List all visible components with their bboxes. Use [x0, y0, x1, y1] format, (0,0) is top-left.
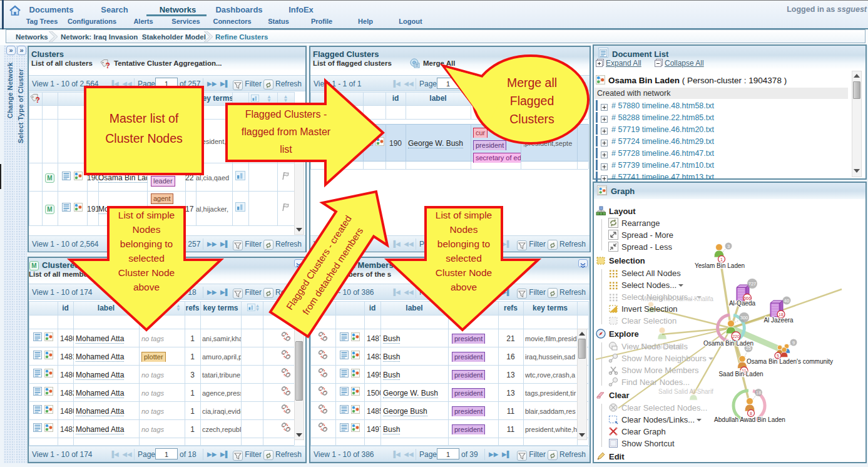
svg-text:List of simple: List of simple [118, 210, 175, 220]
svg-text:Merge all: Merge all [507, 76, 557, 90]
svg-text:Cluster Node: Cluster Node [118, 267, 175, 278]
svg-text:List of simple: List of simple [436, 210, 492, 220]
svg-text:selected: selected [128, 253, 165, 264]
svg-text:Clusters: Clusters [509, 112, 554, 126]
svg-text:Master list of: Master list of [110, 111, 179, 125]
svg-text:Cluster Nodes: Cluster Nodes [105, 131, 183, 145]
svg-text:list: list [280, 144, 292, 155]
svg-text:above: above [451, 282, 477, 292]
svg-text:Nodes: Nodes [450, 224, 478, 235]
svg-text:belonging to: belonging to [120, 239, 173, 249]
svg-text:Nodes: Nodes [133, 224, 161, 235]
svg-text:selected: selected [446, 253, 482, 264]
svg-text:belonging to: belonging to [437, 239, 490, 249]
svg-text:Cluster Node: Cluster Node [436, 267, 492, 278]
svg-text:Flagged Clusters -: Flagged Clusters - [245, 109, 327, 120]
svg-text:Flagged: Flagged [510, 94, 554, 108]
svg-text:flagged from Master: flagged from Master [242, 126, 331, 137]
svg-text:above: above [133, 282, 160, 292]
